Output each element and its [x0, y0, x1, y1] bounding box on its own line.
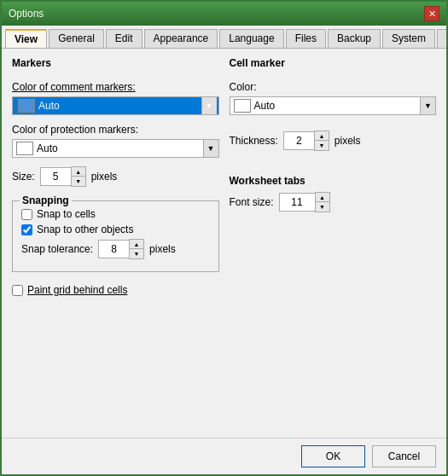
- font-size-spinner: ▲ ▼: [279, 192, 330, 212]
- thickness-input[interactable]: [283, 131, 314, 150]
- snap-objects-checkbox[interactable]: [21, 224, 32, 235]
- snap-objects-row: Snap to other objects: [21, 223, 210, 235]
- snap-objects-label: Snap to other objects: [37, 223, 133, 235]
- protection-color-value: Auto: [37, 142, 203, 154]
- cancel-button[interactable]: Cancel: [372, 445, 436, 467]
- paint-grid-checkbox[interactable]: [12, 285, 23, 296]
- snap-cells-row: Snap to cells: [21, 208, 210, 220]
- cell-color-swatch: [234, 99, 251, 113]
- tab-view[interactable]: View: [5, 29, 47, 49]
- title-bar: Options ✕: [2, 2, 446, 26]
- snap-tolerance-label: Snap tolerance:: [21, 243, 93, 255]
- cell-marker-label: Cell marker: [230, 57, 437, 69]
- thickness-spinner: ▲ ▼: [283, 131, 329, 151]
- footer: OK Cancel: [2, 438, 446, 474]
- markers-label: Markers: [12, 57, 219, 69]
- font-size-input[interactable]: [279, 193, 315, 212]
- font-size-buttons: ▲ ▼: [315, 192, 330, 212]
- font-size-row: Font size: ▲ ▼: [230, 192, 437, 212]
- main-content: Markers Color of comment markers: Auto ▼…: [2, 49, 446, 438]
- paint-grid-label: Paint grid behind cells: [27, 284, 127, 296]
- protection-color-group: Color of protection markers: Auto ▼: [12, 124, 219, 158]
- tab-edit[interactable]: Edit: [106, 29, 143, 48]
- snap-cells-label: Snap to cells: [37, 208, 96, 220]
- size-label: Size:: [12, 171, 35, 183]
- right-column: Cell marker Color: Auto ▼ Thickness: ▲ ▼: [230, 57, 437, 429]
- size-up-button[interactable]: ▲: [72, 167, 85, 177]
- tab-appearance[interactable]: Appearance: [144, 29, 218, 48]
- comment-color-label-text: Color of comment markers:: [12, 81, 136, 93]
- comment-color-swatch: [18, 99, 35, 113]
- size-unit: pixels: [91, 171, 118, 183]
- size-input[interactable]: [40, 167, 71, 186]
- snap-tolerance-down[interactable]: ▼: [130, 249, 143, 258]
- size-row: Size: ▲ ▼ pixels: [12, 166, 219, 187]
- snapping-title: Snapping: [20, 194, 72, 206]
- snap-tolerance-row: Snap tolerance: ▲ ▼ pixels: [21, 239, 210, 259]
- tab-backup[interactable]: Backup: [328, 29, 381, 48]
- thickness-down[interactable]: ▼: [315, 141, 329, 150]
- protection-color-swatch: [16, 142, 33, 155]
- tabs-bar: View General Edit Appearance Language Fi…: [2, 26, 446, 49]
- comment-color-value: Auto: [38, 100, 201, 112]
- tab-fon[interactable]: Fon ▶: [437, 29, 446, 48]
- snap-tolerance-input[interactable]: [98, 240, 129, 258]
- snapping-group: Snapping Snap to cells Snap to other obj…: [12, 200, 219, 272]
- cell-color-value: Auto: [254, 100, 421, 112]
- thickness-label: Thickness:: [230, 135, 278, 147]
- tab-general[interactable]: General: [49, 29, 104, 48]
- tab-language[interactable]: Language: [219, 29, 283, 48]
- snap-cells-checkbox[interactable]: [21, 209, 32, 220]
- worksheet-tabs-label: Worksheet tabs: [230, 175, 437, 187]
- ok-button[interactable]: OK: [301, 445, 365, 467]
- close-button[interactable]: ✕: [424, 6, 439, 21]
- thickness-up[interactable]: ▲: [315, 131, 329, 141]
- size-spinner: ▲ ▼: [40, 166, 86, 187]
- tab-files[interactable]: Files: [286, 29, 326, 48]
- font-size-up[interactable]: ▲: [316, 193, 329, 202]
- comment-color-label: Color of comment markers:: [12, 81, 219, 93]
- worksheet-tabs-group: Worksheet tabs Font size: ▲ ▼: [230, 175, 437, 218]
- thickness-row: Thickness: ▲ ▼ pixels: [230, 131, 437, 151]
- cell-color-arrow[interactable]: ▼: [420, 97, 435, 114]
- options-window: Options ✕ View General Edit Appearance L…: [0, 0, 448, 476]
- comment-color-arrow[interactable]: ▼: [201, 97, 217, 114]
- protection-color-label-text: Color of protection markers:: [12, 124, 219, 136]
- thickness-buttons: ▲ ▼: [314, 131, 329, 151]
- snap-tolerance-up[interactable]: ▲: [130, 240, 143, 249]
- cell-color-group: Color: Auto ▼: [230, 81, 437, 115]
- paint-grid-row: Paint grid behind cells: [12, 284, 219, 296]
- protection-color-dropdown[interactable]: Auto ▼: [12, 139, 219, 158]
- snap-tolerance-buttons: ▲ ▼: [129, 239, 144, 259]
- font-size-down[interactable]: ▼: [316, 202, 329, 212]
- protection-color-arrow[interactable]: ▼: [203, 140, 218, 157]
- cell-color-dropdown[interactable]: Auto ▼: [230, 96, 437, 115]
- size-spinner-buttons: ▲ ▼: [71, 166, 86, 187]
- comment-color-group: Color of comment markers: Auto ▼: [12, 81, 219, 115]
- font-size-label: Font size:: [230, 196, 274, 208]
- comment-color-dropdown[interactable]: Auto ▼: [12, 96, 219, 115]
- thickness-unit: pixels: [335, 135, 361, 147]
- left-column: Markers Color of comment markers: Auto ▼…: [12, 57, 219, 429]
- cell-color-label: Color:: [230, 81, 437, 93]
- window-title: Options: [9, 8, 44, 20]
- snap-tolerance-unit: pixels: [149, 243, 176, 255]
- snap-tolerance-spinner: ▲ ▼: [98, 239, 144, 259]
- size-down-button[interactable]: ▼: [72, 177, 85, 186]
- tab-system[interactable]: System: [382, 29, 435, 48]
